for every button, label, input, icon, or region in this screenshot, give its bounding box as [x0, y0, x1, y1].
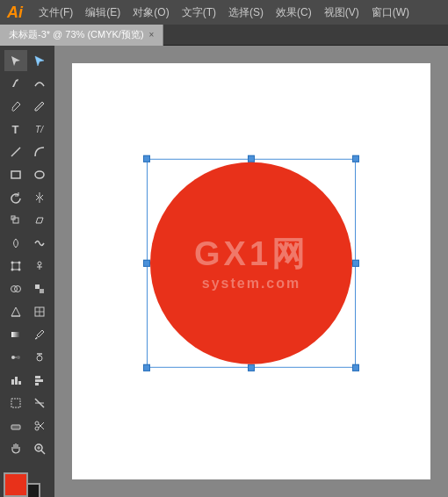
canvas-paper: GX1网 system.com: [72, 63, 430, 479]
artboard-tool[interactable]: [4, 393, 27, 414]
svg-rect-4: [13, 218, 18, 223]
svg-point-2: [35, 171, 44, 178]
menu-view[interactable]: 视图(V): [319, 4, 365, 22]
tool-row-5: [0, 140, 54, 163]
zoom-tool[interactable]: [28, 438, 51, 459]
document-tab[interactable]: 未标题-3* @ 73% (CMYK/预览) ×: [0, 25, 163, 46]
svg-line-0: [11, 148, 20, 156]
svg-point-24: [17, 356, 20, 359]
paintbrush-tool[interactable]: [4, 96, 27, 117]
tool-row-18: [0, 437, 54, 460]
handle-top-left[interactable]: [143, 155, 150, 162]
tab-bar: 未标题-3* @ 73% (CMYK/预览) ×: [0, 25, 448, 46]
color-area: [0, 467, 54, 497]
title-bar: Ai 文件(F) 编辑(E) 对象(O) 文字(T) 选择(S) 效果(C) 视…: [0, 0, 448, 25]
svg-line-45: [41, 450, 45, 454]
curvature-tool[interactable]: [28, 73, 51, 94]
touch-type-tool[interactable]: T/: [28, 119, 51, 140]
handle-middle-right[interactable]: [352, 260, 359, 267]
shape-builder-tool[interactable]: [4, 278, 27, 299]
foreground-color-swatch[interactable]: [4, 472, 28, 497]
watermark: GX1网 system.com: [194, 234, 308, 292]
tool-row-16: [0, 392, 54, 414]
rotate-tool[interactable]: [4, 187, 27, 208]
select-tool[interactable]: [4, 50, 27, 71]
slice-tool[interactable]: [28, 393, 51, 414]
tool-row-13: [0, 323, 54, 346]
width-tool[interactable]: [4, 233, 27, 254]
perspective-tool[interactable]: [4, 301, 27, 322]
puppet-warp-tool[interactable]: [28, 256, 51, 277]
svg-rect-33: [35, 376, 40, 378]
menu-window[interactable]: 窗口(W): [366, 4, 415, 22]
menu-file[interactable]: 文件(F): [33, 4, 78, 22]
tool-row-8: [0, 209, 54, 232]
type-tool[interactable]: T: [4, 119, 27, 140]
svg-point-10: [18, 269, 20, 271]
svg-point-11: [38, 262, 41, 265]
menu-effect[interactable]: 效果(C): [271, 4, 317, 22]
color-swatches: [4, 472, 47, 497]
svg-rect-30: [11, 379, 14, 385]
svg-rect-22: [11, 332, 20, 337]
symbol-sprayer-tool[interactable]: [28, 347, 51, 368]
tab-label: 未标题-3* @ 73% (CMYK/预览): [9, 28, 144, 41]
svg-point-7: [11, 262, 13, 264]
tool-row-17: [0, 414, 54, 437]
menu-select[interactable]: 选择(S): [223, 4, 269, 22]
warp-tool[interactable]: [28, 233, 51, 254]
svg-point-28: [37, 353, 39, 355]
selected-object-container[interactable]: GX1网 system.com: [150, 162, 352, 364]
tool-row-12: [0, 300, 54, 323]
scale-tool[interactable]: [4, 210, 27, 231]
mesh-tool[interactable]: [28, 301, 51, 322]
handle-middle-left[interactable]: [143, 260, 150, 267]
reflect-tool[interactable]: [28, 187, 51, 208]
svg-rect-35: [35, 383, 39, 385]
eyedropper-tool[interactable]: [28, 324, 51, 345]
handle-top-center[interactable]: [248, 155, 255, 162]
pencil-tool[interactable]: [28, 96, 51, 117]
canvas-area: GX1网 system.com: [54, 46, 448, 497]
handle-bottom-right[interactable]: [352, 364, 359, 371]
svg-rect-34: [35, 379, 43, 382]
svg-point-29: [40, 353, 42, 355]
tool-row-15: [0, 369, 54, 392]
arc-tool[interactable]: [28, 141, 51, 162]
ellipse-tool[interactable]: [28, 164, 51, 185]
scissors-tool[interactable]: [28, 415, 51, 436]
app-logo: Ai: [7, 4, 23, 20]
handle-bottom-center[interactable]: [248, 364, 255, 371]
svg-point-40: [35, 421, 39, 425]
eraser-tool[interactable]: [4, 415, 27, 436]
rectangle-tool[interactable]: [4, 164, 27, 185]
tool-row-4: T T/: [0, 118, 54, 140]
svg-rect-16: [35, 285, 40, 289]
svg-rect-31: [15, 377, 18, 385]
handle-bottom-left[interactable]: [143, 364, 150, 371]
blend-tool[interactable]: [4, 347, 27, 368]
menu-text[interactable]: 文字(T): [177, 4, 221, 22]
direct-select-tool[interactable]: [28, 50, 51, 71]
bar-graph-tool[interactable]: [28, 370, 51, 391]
tab-close-button[interactable]: ×: [149, 30, 155, 40]
menu-object[interactable]: 对象(O): [127, 4, 174, 22]
svg-rect-39: [11, 425, 20, 429]
pen-tool[interactable]: [4, 73, 27, 94]
live-paint-tool[interactable]: [28, 278, 51, 299]
shear-tool[interactable]: [28, 210, 51, 231]
column-graph-tool[interactable]: [4, 370, 27, 391]
left-toolbar: T T/: [0, 46, 54, 497]
svg-point-41: [35, 427, 39, 430]
free-transform-tool[interactable]: [4, 256, 27, 277]
hand-tool[interactable]: [4, 438, 27, 459]
red-circle[interactable]: GX1网 system.com: [150, 162, 352, 364]
svg-point-8: [18, 262, 20, 264]
svg-rect-1: [11, 171, 20, 178]
tool-row-9: [0, 232, 54, 255]
menu-edit[interactable]: 编辑(E): [80, 4, 126, 22]
gradient-tool[interactable]: [4, 324, 27, 345]
handle-top-right[interactable]: [352, 155, 359, 162]
tool-row-3: [0, 95, 54, 118]
line-tool[interactable]: [4, 141, 27, 162]
